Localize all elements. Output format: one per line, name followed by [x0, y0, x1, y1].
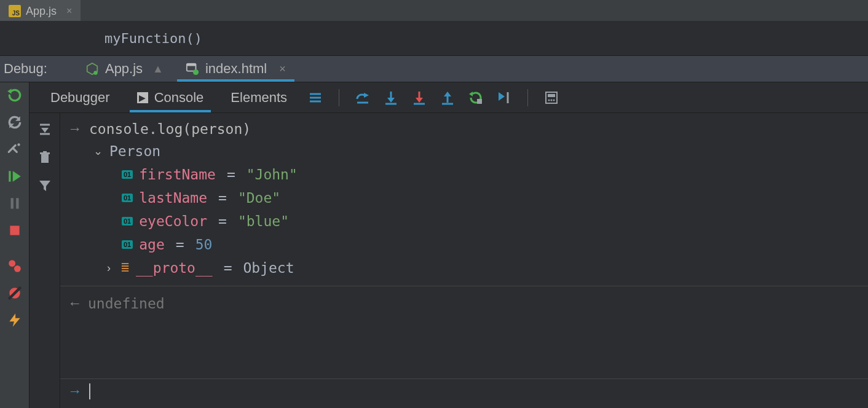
console-prompt[interactable]: →: [60, 379, 868, 403]
property-badge-icon: 01: [122, 217, 133, 226]
step-into-icon[interactable]: [384, 90, 398, 105]
chevron-down-icon[interactable]: ⌄: [92, 144, 103, 158]
svg-marker-33: [469, 92, 473, 96]
drop-frame-icon[interactable]: [468, 90, 483, 105]
console-input-line: → console.log(person): [60, 118, 868, 139]
svg-point-14: [9, 260, 15, 267]
equals-sign: =: [224, 260, 232, 276]
debug-content: Debugger ▶ Console Elements: [30, 82, 868, 408]
svg-point-15: [14, 265, 20, 272]
console-return-line: ← undefined: [60, 292, 868, 314]
object-tree: ⌄ Person 01 firstName = "John" 01 lastNa…: [60, 139, 868, 280]
refresh-icon[interactable]: [7, 114, 23, 130]
show-execution-point-icon[interactable]: [308, 90, 323, 105]
svg-marker-31: [444, 92, 451, 96]
lightning-icon[interactable]: [7, 312, 23, 328]
resume-icon[interactable]: [7, 168, 23, 184]
step-over-icon[interactable]: [355, 90, 370, 105]
proto-row[interactable]: › ≣ __proto__ = Object: [85, 256, 868, 280]
property-row[interactable]: 01 firstName = "John": [85, 163, 868, 186]
svg-marker-18: [9, 313, 20, 327]
output-arrow-icon: ←: [68, 295, 82, 312]
editor-tab-label: App.js: [26, 5, 57, 18]
svg-rect-47: [43, 151, 47, 152]
svg-point-41: [553, 99, 555, 101]
property-badge-icon: 01: [122, 240, 133, 249]
property-name: firstName: [139, 167, 216, 182]
debug-workarea: Debugger ▶ Console Elements: [0, 82, 868, 408]
debug-config-indexhtml[interactable]: index.html ×: [177, 56, 294, 82]
equals-sign: =: [176, 237, 184, 253]
browser-debug-icon: [186, 62, 199, 76]
console-side-toolbar: [30, 113, 60, 408]
step-toolbar: [308, 89, 559, 106]
return-value: undefined: [88, 296, 165, 312]
rerun-icon[interactable]: [7, 87, 23, 103]
debug-label: Debug:: [4, 61, 47, 77]
nodejs-icon: [85, 62, 99, 76]
editor-tab-appjs[interactable]: JS App.js ×: [0, 0, 81, 21]
property-name: lastName: [139, 190, 207, 206]
debug-config-label: index.html: [205, 61, 267, 77]
svg-rect-9: [9, 171, 10, 181]
debug-inner-tabs: Debugger ▶ Console Elements: [30, 82, 868, 113]
tab-elements[interactable]: Elements: [217, 82, 301, 112]
svg-marker-35: [499, 92, 505, 101]
svg-point-8: [17, 143, 20, 146]
run-to-cursor-icon[interactable]: [497, 90, 511, 105]
svg-rect-38: [548, 94, 555, 97]
tab-console[interactable]: ▶ Console: [124, 82, 218, 112]
object-root[interactable]: ⌄ Person: [85, 139, 868, 163]
svg-marker-10: [12, 171, 20, 181]
close-icon[interactable]: ×: [66, 6, 72, 17]
mute-breakpoints-icon[interactable]: [7, 285, 23, 301]
pin-icon[interactable]: ▲: [152, 63, 164, 76]
property-row[interactable]: 01 age = 50: [85, 233, 868, 256]
svg-marker-5: [7, 88, 12, 94]
filter-icon[interactable]: [37, 178, 52, 193]
divider: [60, 286, 868, 286]
chevron-right-icon[interactable]: ›: [103, 262, 114, 275]
tab-debugger[interactable]: Debugger: [37, 82, 124, 112]
breadcrumb[interactable]: myFunction(): [0, 21, 868, 55]
tab-label: Debugger: [50, 90, 110, 106]
play-square-icon: ▶: [137, 92, 148, 103]
tab-label: Elements: [231, 90, 287, 106]
property-row[interactable]: 01 lastName = "Doe": [85, 186, 868, 210]
proto-value: Object: [243, 260, 294, 276]
property-value: 50: [195, 237, 213, 253]
debug-config-appjs[interactable]: App.js ▲: [77, 56, 172, 82]
property-value: "blue": [238, 213, 289, 229]
equals-sign: =: [227, 167, 235, 182]
step-out-icon[interactable]: [440, 90, 455, 105]
svg-point-40: [551, 99, 553, 101]
proto-label: __proto__: [136, 260, 213, 276]
close-icon[interactable]: ×: [279, 63, 286, 76]
force-step-into-icon[interactable]: [412, 90, 427, 105]
svg-marker-22: [364, 93, 369, 98]
proto-icon: ≣: [120, 261, 130, 275]
breakpoints-icon[interactable]: [7, 258, 23, 274]
separator: [339, 89, 339, 106]
console-output[interactable]: → console.log(person) ⌄ Person 01 firstN…: [60, 113, 868, 408]
debug-tool-strip: [0, 82, 30, 408]
property-badge-icon: 01: [122, 194, 133, 202]
javascript-file-icon: JS: [9, 5, 21, 17]
equals-sign: =: [218, 190, 227, 206]
pause-icon[interactable]: [7, 195, 23, 211]
property-value: "Doe": [238, 190, 280, 206]
svg-rect-46: [40, 152, 50, 154]
settings-icon[interactable]: [7, 141, 23, 157]
object-label: Person: [109, 143, 160, 159]
property-row[interactable]: 01 eyeColor = "blue": [85, 210, 868, 233]
stop-icon[interactable]: [7, 222, 23, 238]
property-name: age: [139, 237, 165, 253]
svg-rect-37: [546, 92, 557, 103]
svg-marker-25: [387, 98, 395, 103]
scroll-to-end-icon[interactable]: [37, 122, 52, 136]
tab-label: Console: [154, 90, 204, 106]
trash-icon[interactable]: [37, 150, 52, 165]
evaluate-expression-icon[interactable]: [544, 90, 559, 105]
svg-rect-3: [187, 64, 196, 66]
svg-marker-28: [416, 98, 423, 103]
